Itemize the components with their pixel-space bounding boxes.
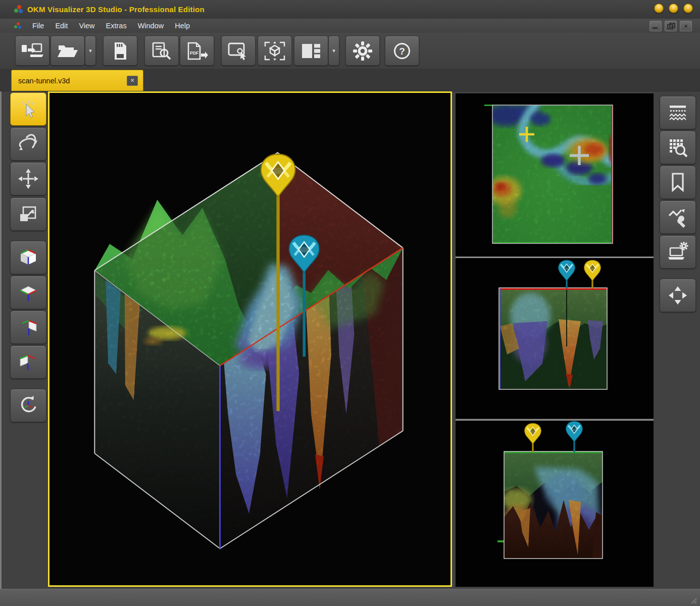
import-data-button[interactable]: [15, 36, 49, 66]
svg-text:?: ?: [399, 46, 405, 57]
export-pdf-icon: PDF: [186, 42, 208, 60]
layout-icon: [302, 43, 321, 59]
mdi-restore-button[interactable]: [665, 21, 677, 31]
svg-text:PDF: PDF: [190, 50, 198, 56]
touch-mode-button[interactable]: [221, 36, 256, 66]
device-settings-button[interactable]: [660, 235, 696, 269]
main-toolbar: ▾ PDF: [0, 33, 700, 69]
app-logo-icon: [14, 5, 23, 14]
help-icon: ?: [393, 42, 411, 60]
touch-screen-icon: [228, 42, 249, 60]
rotate-3d-icon: [17, 134, 39, 154]
print-preview-button[interactable]: [144, 36, 179, 66]
signal-analysis-button[interactable]: [660, 200, 696, 234]
ground-scan-button[interactable]: [660, 96, 696, 129]
scan-3d-cube: [49, 93, 451, 585]
reset-rotation-icon: [18, 395, 39, 416]
open-folder-icon: [57, 43, 78, 59]
gear-icon: [353, 41, 373, 61]
top-view-heatmap: [456, 93, 654, 257]
cursor-icon: [18, 99, 38, 119]
pan-tool-button[interactable]: [10, 162, 46, 195]
grid-zoom-button[interactable]: [660, 131, 696, 164]
reset-view-button[interactable]: [10, 389, 46, 422]
settings-button[interactable]: [345, 36, 380, 66]
rotate-tool-button[interactable]: [10, 127, 46, 161]
laptop-gear-icon: [667, 242, 689, 262]
rock-texture-overlay: [89, 143, 410, 554]
top-view-panel[interactable]: [456, 93, 654, 257]
view-front-button[interactable]: [10, 345, 46, 379]
menu-window[interactable]: Window: [132, 20, 170, 31]
save-memory-card-button[interactable]: [103, 36, 137, 66]
open-file-button[interactable]: [51, 36, 85, 66]
side-plane-icon: [18, 317, 39, 337]
maximize-window-button[interactable]: [669, 4, 678, 13]
signal-tool-icon: [667, 207, 688, 228]
section2-pin-teal[interactable]: [566, 421, 583, 452]
view-layout-dropdown[interactable]: ▾: [328, 36, 339, 66]
cross-section-1: [456, 258, 654, 419]
grid-search-icon: [667, 137, 688, 158]
section2-pin-yellow[interactable]: [525, 423, 541, 452]
main-3d-view[interactable]: [48, 91, 452, 587]
tab-close-icon[interactable]: ✕: [127, 76, 138, 86]
view-side-button[interactable]: [10, 311, 46, 344]
select-tool-button[interactable]: [10, 92, 46, 126]
resize-grip[interactable]: [689, 596, 697, 604]
view-top-button[interactable]: [10, 276, 46, 309]
menu-file[interactable]: File: [27, 20, 49, 31]
mdi-close-button[interactable]: ×: [680, 21, 692, 31]
fit-3d-view-button[interactable]: [258, 36, 292, 66]
close-window-button[interactable]: [683, 4, 693, 13]
menu-bar: File Edit View Extras Window Help ×: [0, 19, 700, 33]
navigation-dpad-icon: [667, 285, 688, 306]
status-bar: [0, 589, 700, 606]
section1-pin-teal[interactable]: [559, 260, 575, 288]
top-plane-icon: [18, 282, 39, 302]
window-title: OKM Visualizer 3D Studio - Professional …: [27, 5, 205, 14]
export-pdf-button[interactable]: PDF: [180, 36, 214, 66]
section1-pin-yellow[interactable]: [584, 260, 601, 288]
document-tab-bar: scan-tunnel.v3d ✕: [0, 69, 700, 91]
pan-arrows-icon: [18, 168, 39, 189]
menu-extras[interactable]: Extras: [101, 20, 132, 31]
view-3d-button[interactable]: [10, 241, 46, 274]
tab-label: scan-tunnel.v3d: [18, 77, 127, 85]
navigate-button[interactable]: [660, 279, 696, 312]
menu-view[interactable]: View: [73, 20, 100, 31]
fit-3d-cube-icon: [264, 41, 286, 61]
zoom-window-tool-button[interactable]: [10, 197, 46, 231]
cross-section-panel-2[interactable]: [456, 421, 654, 587]
menu-help[interactable]: Help: [169, 20, 195, 31]
menu-edit[interactable]: Edit: [49, 20, 73, 31]
open-file-dropdown[interactable]: ▾: [85, 36, 96, 66]
section2-tick: [497, 540, 504, 542]
title-bar: OKM Visualizer 3D Studio - Professional …: [0, 0, 700, 19]
top-view-tick: [484, 105, 492, 106]
ground-layers-icon: [667, 104, 688, 122]
mdi-minimize-button[interactable]: [649, 21, 662, 31]
cross-section-2: [456, 421, 654, 587]
minimize-window-button[interactable]: [654, 4, 664, 13]
memory-card-icon: [113, 42, 128, 60]
zoom-window-icon: [18, 204, 38, 224]
help-button[interactable]: ?: [385, 36, 419, 66]
cube-3d-icon: [18, 247, 39, 268]
preview-document-icon: [152, 42, 172, 60]
document-icon: [14, 22, 22, 30]
tab-scan-tunnel[interactable]: scan-tunnel.v3d ✕: [11, 70, 143, 91]
cross-section-panel-1[interactable]: [456, 258, 654, 419]
import-data-icon: [21, 42, 43, 60]
bookmark-icon: [669, 172, 686, 192]
front-plane-icon: [18, 352, 39, 372]
bookmark-button[interactable]: [660, 166, 696, 199]
view-layout-button[interactable]: [294, 36, 328, 66]
